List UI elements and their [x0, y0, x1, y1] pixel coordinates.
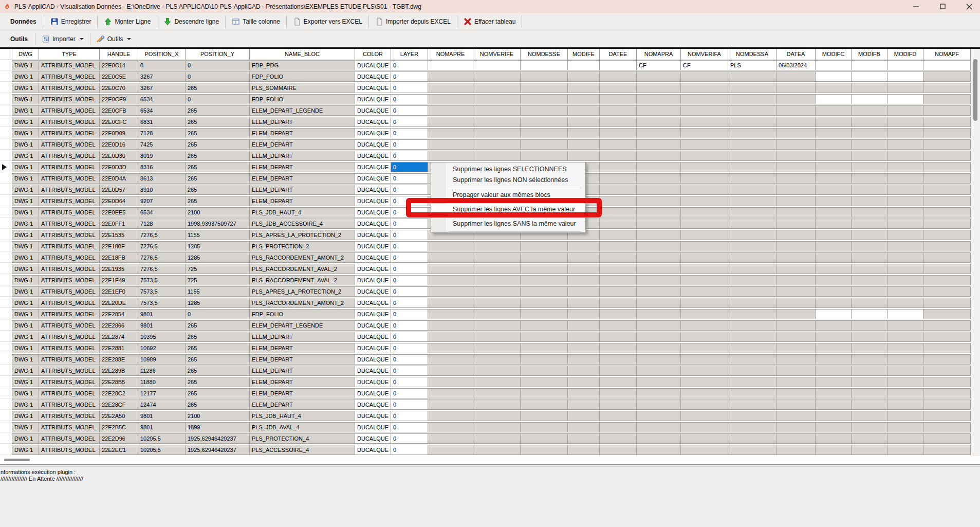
- cell-nomapra[interactable]: CF: [637, 60, 681, 70]
- cell-modifc[interactable]: [816, 354, 852, 365]
- cell-nomapf[interactable]: [923, 162, 971, 172]
- cell-nomdessa[interactable]: [728, 128, 776, 138]
- cell-modifb[interactable]: [852, 117, 887, 127]
- cell-modifd[interactable]: [887, 94, 923, 104]
- cell-nomapf[interactable]: [923, 388, 971, 398]
- row-selector[interactable]: [0, 71, 12, 82]
- cell-dwg[interactable]: DWG 1: [12, 433, 39, 444]
- cell-nomdesse[interactable]: [521, 332, 568, 342]
- cell-datee[interactable]: [600, 219, 637, 229]
- cell-modifc[interactable]: [816, 422, 852, 432]
- cell-nomdessa[interactable]: [728, 320, 776, 331]
- cell-nomverife[interactable]: [473, 298, 521, 308]
- cell-nomapre[interactable]: [428, 128, 473, 138]
- cell-modifb[interactable]: [852, 298, 887, 308]
- cell-datee[interactable]: [600, 377, 637, 387]
- cell-name_bloc[interactable]: PLS_APRES_LA_PROTECTION_2: [250, 286, 355, 297]
- cell-position_x[interactable]: 7573,5: [138, 286, 186, 297]
- cell-nomapra[interactable]: [637, 162, 681, 172]
- cell-nomverife[interactable]: [473, 286, 521, 297]
- cell-position_x[interactable]: 9207: [138, 196, 186, 206]
- cell-datee[interactable]: [600, 173, 637, 184]
- cell-modifc[interactable]: [816, 286, 852, 297]
- cell-nomdesse[interactable]: [521, 309, 568, 319]
- cell-nomapra[interactable]: [637, 377, 681, 387]
- cell-nomdessa[interactable]: [728, 264, 776, 274]
- row-selector[interactable]: [0, 433, 12, 444]
- cell-datee[interactable]: [600, 422, 637, 432]
- cell-layer[interactable]: 0: [391, 298, 428, 308]
- cell-dwg[interactable]: DWG 1: [12, 320, 39, 331]
- cell-datea[interactable]: [776, 162, 816, 172]
- cell-nomverifa[interactable]: [681, 185, 728, 195]
- cell-nomverifa[interactable]: [681, 309, 728, 319]
- cell-color[interactable]: DUCALQUE: [355, 83, 391, 93]
- cell-type[interactable]: ATTRIBUTS_MODEL: [39, 399, 100, 410]
- cell-layer[interactable]: 0: [391, 94, 428, 104]
- cell-handle[interactable]: 22E0C14: [100, 60, 138, 70]
- cell-datea[interactable]: [776, 377, 816, 387]
- cell-nomapra[interactable]: [637, 309, 681, 319]
- column-header-nomdesse[interactable]: NOMDESSE: [521, 49, 568, 60]
- cell-modifc[interactable]: [816, 252, 852, 263]
- cell-nomdesse[interactable]: [521, 94, 568, 104]
- cell-modifc[interactable]: [816, 117, 852, 127]
- cell-name_bloc[interactable]: ELEM_DEPART_LEGENDE: [250, 320, 355, 331]
- cell-position_y[interactable]: 265: [186, 399, 250, 410]
- cell-modifb[interactable]: [852, 411, 887, 421]
- cell-modifd[interactable]: [887, 354, 923, 365]
- cell-position_x[interactable]: 8910: [138, 185, 186, 195]
- cell-position_y[interactable]: 265: [186, 151, 250, 161]
- cell-color[interactable]: DUCALQUE: [355, 399, 391, 410]
- cell-handle[interactable]: 22E288E: [100, 354, 138, 365]
- cell-nomverifa[interactable]: [681, 128, 728, 138]
- cell-handle[interactable]: 22E1535: [100, 230, 138, 240]
- cell-modife[interactable]: [568, 298, 600, 308]
- cell-modife[interactable]: [568, 94, 600, 104]
- cell-layer[interactable]: 0: [391, 309, 428, 319]
- cell-datea[interactable]: [776, 139, 816, 150]
- row-selector[interactable]: [0, 275, 12, 285]
- cell-datee[interactable]: [600, 71, 637, 82]
- cell-nomapra[interactable]: [637, 173, 681, 184]
- import-excel-button[interactable]: Importer depuis EXCEL: [371, 15, 455, 28]
- cell-color[interactable]: DUCALQUE: [355, 354, 391, 365]
- cell-position_y[interactable]: 265: [186, 196, 250, 206]
- cell-modife[interactable]: [568, 445, 600, 455]
- cell-position_y[interactable]: 265: [186, 139, 250, 150]
- cell-nomverife[interactable]: [473, 354, 521, 365]
- cell-layer[interactable]: 0: [391, 275, 428, 285]
- cell-nomapre[interactable]: [428, 60, 473, 70]
- cell-nomapre[interactable]: [428, 445, 473, 455]
- cell-type[interactable]: ATTRIBUTS_MODEL: [39, 343, 100, 353]
- cell-type[interactable]: ATTRIBUTS_MODEL: [39, 71, 100, 82]
- cell-datea[interactable]: [776, 71, 816, 82]
- cell-layer[interactable]: 0: [391, 388, 428, 398]
- cell-modifb[interactable]: [852, 128, 887, 138]
- cell-dwg[interactable]: DWG 1: [12, 411, 39, 421]
- cell-color[interactable]: DUCALQUE: [355, 286, 391, 297]
- cell-nomapf[interactable]: [923, 139, 971, 150]
- cell-modifd[interactable]: [887, 173, 923, 184]
- minimize-button[interactable]: [909, 1, 922, 12]
- cell-name_bloc[interactable]: FDP_FOLIO: [250, 309, 355, 319]
- cell-modifc[interactable]: [816, 151, 852, 161]
- cell-modife[interactable]: [568, 275, 600, 285]
- export-excel-button[interactable]: Exporter vers EXCEL: [289, 15, 366, 28]
- cell-dwg[interactable]: DWG 1: [12, 117, 39, 127]
- cell-modife[interactable]: [568, 422, 600, 432]
- cell-handle[interactable]: 22E0D57: [100, 185, 138, 195]
- cell-modifd[interactable]: [887, 399, 923, 410]
- cell-position_x[interactable]: 7425: [138, 139, 186, 150]
- cell-nomdesse[interactable]: [521, 366, 568, 376]
- cell-color[interactable]: DUCALQUE: [355, 94, 391, 104]
- cell-nomdesse[interactable]: [521, 83, 568, 93]
- cell-modifd[interactable]: [887, 377, 923, 387]
- cell-nomapra[interactable]: [637, 445, 681, 455]
- cell-nomapre[interactable]: [428, 298, 473, 308]
- cell-type[interactable]: ATTRIBUTS_MODEL: [39, 422, 100, 432]
- cell-nomdessa[interactable]: [728, 252, 776, 263]
- cell-color[interactable]: DUCALQUE: [355, 309, 391, 319]
- column-size-button[interactable]: Taille colonne: [228, 15, 284, 28]
- cell-nomdessa[interactable]: [728, 422, 776, 432]
